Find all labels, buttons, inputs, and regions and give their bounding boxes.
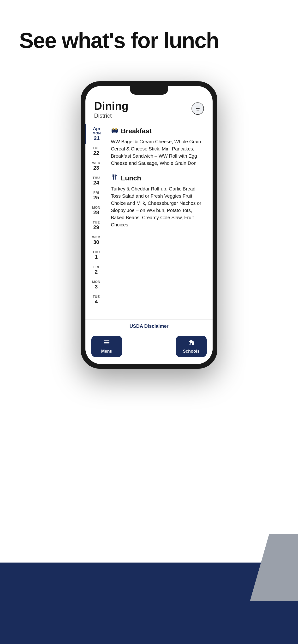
- svg-rect-10: [104, 340, 109, 341]
- date-item-apr-21[interactable]: Apr MON 21: [85, 124, 107, 144]
- meal-title-breakfast: Breakfast: [121, 127, 152, 135]
- nav-schools-button[interactable]: Schools: [176, 336, 207, 357]
- meal-header-lunch: Lunch: [111, 174, 205, 183]
- day-name: TUE: [85, 146, 107, 150]
- menu-nav-icon: [103, 339, 110, 348]
- day-num: 3: [85, 284, 107, 290]
- utensils-icon: [111, 174, 118, 183]
- headline: See what's for lunch: [19, 29, 279, 52]
- svg-rect-7: [112, 174, 113, 177]
- day-num: 22: [85, 150, 107, 156]
- nav-menu-button[interactable]: Menu: [91, 336, 122, 357]
- phone-area: Dining District Apr MON: [0, 67, 298, 644]
- svg-rect-15: [191, 343, 192, 345]
- day-name: FRI: [85, 265, 107, 269]
- day-name: FRI: [85, 191, 107, 194]
- date-item-may-3[interactable]: MON 3: [85, 278, 107, 292]
- meal-desc-breakfast: WW Bagel & Cream Cheese, Whole Grain Cer…: [111, 138, 205, 167]
- day-num: 24: [85, 180, 107, 186]
- svg-rect-1: [112, 128, 114, 130]
- date-item-may-4[interactable]: TUE 4: [85, 292, 107, 307]
- date-item-apr-23[interactable]: WED 23: [85, 158, 107, 174]
- filter-icon: [195, 106, 200, 110]
- day-name: TUE: [85, 220, 107, 224]
- app-title-block: Dining District: [94, 100, 128, 119]
- app-title: Dining: [94, 100, 128, 112]
- day-num: 25: [85, 194, 107, 201]
- day-name: TUE: [85, 295, 107, 298]
- day-num: 1: [85, 254, 107, 260]
- day-name: THU: [85, 250, 107, 254]
- date-item-may-1[interactable]: THU 1: [85, 248, 107, 262]
- svg-rect-11: [104, 342, 109, 343]
- content-area: Apr MON 21 TUE 22 WED 23 THU 24: [85, 124, 213, 319]
- meal-desc-lunch: Turkey & Cheddar Roll-up, Garlic Bread T…: [111, 185, 205, 228]
- svg-marker-14: [188, 340, 194, 342]
- meal-section-lunch: Lunch Turkey & Cheddar Roll-up, Garlic B…: [111, 174, 205, 228]
- svg-rect-18: [190, 342, 191, 343]
- top-section: See what's for lunch: [0, 0, 298, 67]
- meal-section-breakfast: Breakfast WW Bagel & Cream Cheese, Whole…: [111, 126, 205, 167]
- day-name: THU: [85, 176, 107, 180]
- app-subtitle: District: [94, 112, 128, 119]
- svg-rect-9: [115, 174, 116, 180]
- day-num: 4: [85, 298, 107, 305]
- schools-nav-label: Schools: [183, 349, 200, 354]
- date-item-apr-30[interactable]: WED 30: [85, 233, 107, 248]
- schools-nav-icon: [188, 339, 195, 348]
- bottom-band: [0, 562, 298, 644]
- usda-disclaimer[interactable]: USDA Disclaimer: [85, 319, 213, 333]
- month-label: Apr: [86, 126, 107, 131]
- date-item-apr-25[interactable]: FRI 25: [85, 188, 107, 203]
- svg-rect-5: [116, 132, 117, 133]
- menu-nav-label: Menu: [101, 349, 112, 354]
- day-num: 30: [85, 239, 107, 245]
- date-sidebar: Apr MON 21 TUE 22 WED 23 THU 24: [85, 124, 107, 319]
- svg-rect-3: [117, 130, 118, 132]
- phone-mockup: Dining District Apr MON: [81, 81, 217, 369]
- day-num: 21: [86, 135, 107, 141]
- date-item-apr-24[interactable]: THU 24: [85, 174, 107, 188]
- date-item-apr-28[interactable]: MON 28: [85, 203, 107, 218]
- date-item-apr-29[interactable]: TUE 29: [85, 218, 107, 233]
- day-num: 23: [85, 165, 107, 171]
- meal-header-breakfast: Breakfast: [111, 126, 205, 136]
- day-name: MON: [85, 280, 107, 284]
- app-header: Dining District: [85, 86, 213, 124]
- day-name: WED: [85, 161, 107, 165]
- bottom-nav: Menu: [85, 333, 213, 364]
- svg-rect-2: [115, 128, 117, 130]
- day-num: 28: [85, 210, 107, 216]
- svg-rect-19: [192, 342, 193, 343]
- date-item-apr-22[interactable]: TUE 22: [85, 144, 107, 158]
- day-num: 2: [85, 269, 107, 275]
- svg-rect-0: [112, 129, 118, 132]
- day-name: MON: [85, 206, 107, 210]
- meal-title-lunch: Lunch: [121, 174, 141, 182]
- toaster-icon: [111, 126, 118, 136]
- date-item-may-2[interactable]: FRI 2: [85, 262, 107, 278]
- menu-content: Breakfast WW Bagel & Cream Cheese, Whole…: [107, 124, 213, 319]
- svg-rect-4: [112, 132, 113, 133]
- day-name: MON: [86, 131, 107, 135]
- svg-rect-8: [114, 174, 114, 177]
- day-num: 29: [85, 224, 107, 230]
- svg-rect-12: [104, 344, 109, 344]
- filter-button[interactable]: [192, 102, 204, 115]
- phone-screen: Dining District Apr MON: [85, 86, 213, 364]
- day-name: WED: [85, 235, 107, 239]
